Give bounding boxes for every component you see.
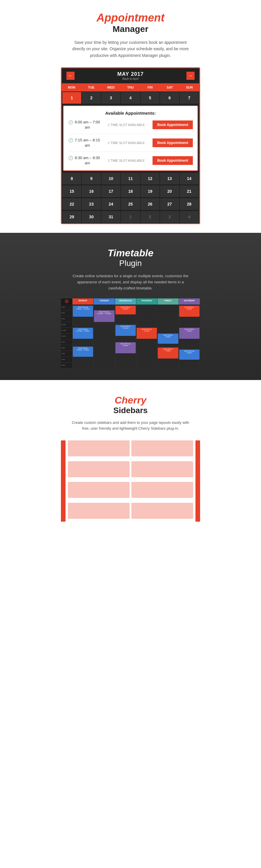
timetable-content: Timetable Plugin Create online schedules… xyxy=(6,247,255,368)
tt-columns: Body Piercing9:00am – 11:00am Facial Tat… xyxy=(72,305,200,368)
tt-event-m1: Body Piercing9:00am – 11:00am xyxy=(73,306,93,317)
tt-event-t1: Body Piercing10:00am – 12:00pm xyxy=(94,310,114,322)
cal-day-21[interactable]: 21 xyxy=(180,186,199,197)
cal-day-7[interactable]: 7 xyxy=(180,92,199,104)
tt-header-thursday: THURSDAY xyxy=(136,299,158,305)
cal-day-2[interactable]: 2 xyxy=(82,92,101,104)
cal-day-8[interactable]: 8 xyxy=(62,173,81,184)
tt-event-s2: Facial Tattoos1:00pm xyxy=(179,328,199,339)
cal-day-22[interactable]: 22 xyxy=(62,198,81,210)
cal-day-25[interactable]: 25 xyxy=(121,198,140,210)
sidebar-right-red-bar xyxy=(195,440,200,522)
cal-day-next-1[interactable]: 1 xyxy=(121,211,140,223)
appointment-section: Appointment Manager Save your time by le… xyxy=(0,0,261,233)
slot-3-time-text: 8:30 am – 9:30am xyxy=(75,155,100,166)
appointment-slot-2: 🕐 7:15 am – 8:15am 1 TIME SLOT AVAILABLE… xyxy=(68,137,193,152)
tt-event-w1: Small Tattoos9:00am xyxy=(116,306,136,314)
appointment-panel: Available Appointments: 🕐 6:00 am – 7:00… xyxy=(63,105,198,171)
timetable-title-bold: Timetable xyxy=(6,247,255,259)
tt-time-7: 1:00 xyxy=(61,339,72,345)
timetable-preview: MONDAY TUESDAY WEDNESDAY THURSDAY FRIDAY… xyxy=(61,299,200,368)
calendar-week-1: 1 2 3 4 5 6 7 xyxy=(62,91,199,104)
cal-day-3[interactable]: 3 xyxy=(101,92,120,104)
cal-day-9[interactable]: 9 xyxy=(82,173,101,184)
clock-icon-1: 🕐 xyxy=(68,120,73,125)
cal-day-27[interactable]: 27 xyxy=(160,198,179,210)
calendar-week-5: 29 30 31 1 2 3 4 xyxy=(62,211,199,223)
sidebars-title-black: Sidebars xyxy=(6,406,255,415)
book-button-2[interactable]: Book Appointment xyxy=(153,138,193,147)
day-wed: WED xyxy=(101,83,121,91)
cal-day-24[interactable]: 24 xyxy=(101,198,120,210)
cal-day-5[interactable]: 5 xyxy=(141,92,160,104)
tt-time-1: 7:00 xyxy=(61,305,72,310)
cal-day-31[interactable]: 31 xyxy=(101,211,120,223)
timetable-section: Timetable Plugin Create online schedules… xyxy=(0,233,261,380)
slot-1-availability: 1 TIME SLOT AVAILABLE xyxy=(100,123,153,127)
tt-time-11: 5:00 xyxy=(61,363,72,368)
sidebars-description: Create custom sidebars and add them to y… xyxy=(70,420,191,432)
timetable-title-normal: Plugin xyxy=(6,259,255,268)
day-tue: TUE xyxy=(81,83,101,91)
calendar-week-4: 22 23 24 25 26 27 28 xyxy=(62,198,199,211)
cal-day-13[interactable]: 13 xyxy=(160,173,179,184)
cal-day-11[interactable]: 11 xyxy=(121,173,140,184)
appointment-slot-3: 🕐 8:30 am – 9:30am 1 TIME SLOT AVAILABLE… xyxy=(68,155,193,166)
cal-day-28[interactable]: 28 xyxy=(180,198,199,210)
tt-header-tuesday: TUESDAY xyxy=(94,299,115,305)
cal-day-15[interactable]: 15 xyxy=(62,186,81,197)
tt-event-w2: Facial Tattoos12:00pm xyxy=(116,325,136,336)
back-link: Back to April xyxy=(117,77,143,81)
sidebar-left-red-bar xyxy=(61,440,66,522)
tt-col-wednesday: Small Tattoos9:00am Facial Tattoos12:00p… xyxy=(115,305,136,368)
cal-day-4[interactable]: 4 xyxy=(121,92,140,104)
calendar-header: ← MAY 2017 Back to April → xyxy=(62,68,199,83)
cal-day-23[interactable]: 23 xyxy=(82,198,101,210)
cal-day-10[interactable]: 10 xyxy=(101,173,120,184)
appointment-title-red: Appointment xyxy=(97,11,164,24)
cal-day-6[interactable]: 6 xyxy=(160,92,179,104)
cal-day-12[interactable]: 12 xyxy=(141,173,160,184)
slot-2-time: 🕐 7:15 am – 8:15am xyxy=(68,137,100,148)
cal-day-29[interactable]: 29 xyxy=(62,211,81,223)
prev-month-button[interactable]: ← xyxy=(66,72,74,80)
cal-day-20[interactable]: 20 xyxy=(160,186,179,197)
slot-1-time-text: 6:00 am – 7:00am xyxy=(75,120,100,130)
tt-event-m2: Facial Tattoos12:00pm – 2:00pm xyxy=(73,328,93,339)
clock-icon-3: 🕐 xyxy=(68,156,73,160)
sidebar-block-6 xyxy=(131,482,193,498)
appointment-title-black: Manager xyxy=(6,24,255,34)
cal-day-30[interactable]: 30 xyxy=(82,211,101,223)
cal-day-next-3[interactable]: 3 xyxy=(160,211,179,223)
sidebar-block-8 xyxy=(131,503,193,519)
tt-time-3: 9:00 xyxy=(61,316,72,322)
tt-header: MONDAY TUESDAY WEDNESDAY THURSDAY FRIDAY… xyxy=(61,299,200,305)
cal-day-next-2[interactable]: 2 xyxy=(141,211,160,223)
cal-day-next-4[interactable]: 4 xyxy=(180,211,199,223)
month-label: MAY 2017 xyxy=(117,71,143,77)
cal-day-26[interactable]: 26 xyxy=(141,198,160,210)
book-button-1[interactable]: Book Appointment xyxy=(153,121,193,129)
sidebar-block-3 xyxy=(68,461,130,477)
calendar-week-2: 8 9 10 11 12 13 14 xyxy=(62,172,199,185)
prev-arrow-icon: ← xyxy=(68,73,73,79)
tt-time-9: 3:00 xyxy=(61,351,72,357)
slot-2-availability: 1 TIME SLOT AVAILABLE xyxy=(100,141,153,145)
cal-day-17[interactable]: 17 xyxy=(101,186,120,197)
tt-time-2: 8:00 xyxy=(61,310,72,316)
appointment-description: Save your time by letting your customers… xyxy=(70,39,191,59)
cal-day-19[interactable]: 19 xyxy=(141,186,160,197)
cal-day-16[interactable]: 16 xyxy=(82,186,101,197)
tt-event-f2: Facial Tattoos4:00pm xyxy=(158,347,178,359)
slot-1-time: 🕐 6:00 am – 7:00am xyxy=(68,120,100,130)
sidebars-title-red: Cherry xyxy=(6,395,255,406)
day-mon: MON xyxy=(62,83,81,91)
book-button-3[interactable]: Book Appointment xyxy=(153,156,193,165)
next-month-button[interactable]: → xyxy=(187,72,195,80)
sidebar-block-2 xyxy=(131,440,193,456)
calendar: ← MAY 2017 Back to April → MON TUE WED T… xyxy=(61,67,200,224)
timetable-description: Create online schedules for a single or … xyxy=(70,273,191,291)
cal-day-18[interactable]: 18 xyxy=(121,186,140,197)
cal-day-1[interactable]: 1 xyxy=(62,92,81,104)
cal-day-14[interactable]: 14 xyxy=(180,173,199,184)
